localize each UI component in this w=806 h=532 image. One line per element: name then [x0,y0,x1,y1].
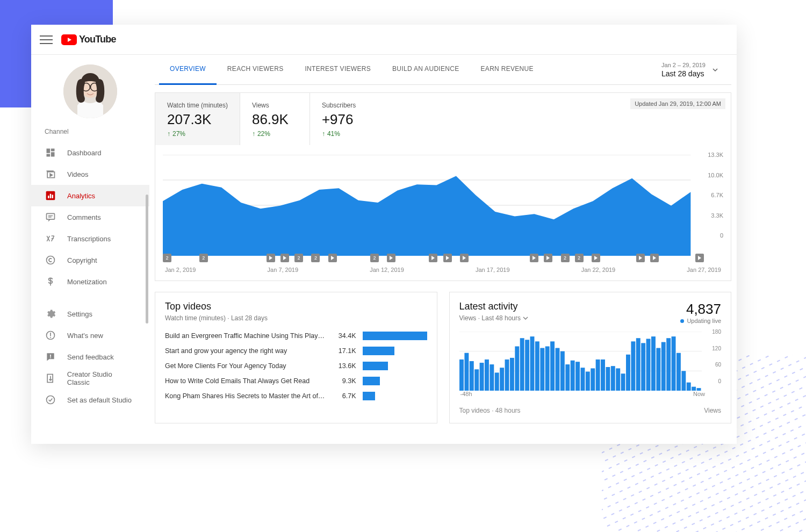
tab-reach-viewers[interactable]: REACH VIEWERS [217,55,294,85]
top-video-row[interactable]: Kong Pham Shares His Secrets to Master t… [165,392,427,400]
chart-x-labels: Jan 2, 2019Jan 7, 2019Jan 12, 2019Jan 17… [163,263,723,275]
svg-rect-18 [47,213,55,219]
sidebar-item-label: Copyright [67,256,97,264]
play-marker-icon[interactable] [387,254,395,262]
svg-rect-67 [616,368,620,391]
tab-interest-viewers[interactable]: INTEREST VIEWERS [294,55,382,85]
videos-icon [45,168,56,180]
count-marker[interactable]: 2 [575,254,584,262]
updating-live-badge: Updating live [680,318,721,324]
play-marker-icon[interactable] [530,254,538,262]
top-video-row[interactable]: Build an Evergreen Traffic Machine Using… [165,332,427,340]
tab-build-an-audience[interactable]: BUILD AN AUDIENCE [382,55,470,85]
watch-time-chart: 13.3K10.0K6.7K3.3K0 2222222 Jan 2, 2019J… [155,145,731,281]
play-marker-icon[interactable] [460,254,469,262]
kpi-views[interactable]: Views86.9K22% [240,93,310,145]
date-range-picker[interactable]: Jan 2 – 29, 2019 Last 28 days [661,62,727,78]
svg-rect-50 [530,336,534,391]
channel-avatar[interactable] [31,55,149,124]
svg-rect-69 [626,355,630,391]
svg-rect-23 [50,355,51,357]
sidebar-item-label: Settings [67,310,92,318]
youtube-play-icon [61,34,77,45]
chevron-down-icon [712,67,718,73]
play-marker-icon[interactable] [429,254,437,262]
topbar: YouTube [31,25,737,55]
count-marker[interactable]: 2 [311,254,320,262]
svg-rect-63 [595,360,600,391]
top-videos-card: Top videos Watch time (minutes) · Last 2… [155,292,437,423]
sidebar-item-copyright[interactable]: Copyright [31,249,149,271]
kpi-subscribers[interactable]: Subscribers+97641% [310,93,380,145]
svg-rect-62 [591,368,595,391]
svg-rect-76 [661,342,665,391]
svg-rect-44 [500,368,504,391]
svg-rect-52 [540,348,544,391]
play-marker-icon[interactable] [280,254,289,262]
play-marker-icon[interactable] [695,254,704,262]
count-marker[interactable]: 2 [370,254,379,262]
tab-overview[interactable]: OVERVIEW [159,55,217,85]
sidebar-item-set-as-default-studio[interactable]: Set as default Studio [31,389,149,411]
play-marker-icon[interactable] [267,254,275,262]
play-marker-icon[interactable] [443,254,452,262]
svg-rect-16 [50,194,52,198]
svg-rect-68 [621,373,625,391]
kpi-row: Watch time (minutes)207.3K27%Views86.9K2… [155,93,731,145]
tabs-row: OVERVIEWREACH VIEWERSINTEREST VIEWERSBUI… [155,55,731,85]
svg-rect-51 [535,341,539,391]
sidebar-item-dashboard[interactable]: Dashboard [31,142,149,163]
sidebar-item-settings[interactable]: Settings [31,303,149,325]
play-marker-icon[interactable] [650,254,659,262]
latest-activity-chart: 180120600 [459,332,722,391]
sidebar-item-label: What's new [67,332,103,340]
sidebar-item-analytics[interactable]: Analytics [31,185,149,206]
latest-activity-subtitle[interactable]: Views · Last 48 hours [459,314,529,322]
la-footer-left[interactable]: Top videos · 48 hours [459,407,521,414]
overview-card: Watch time (minutes)207.3K27%Views86.9K2… [155,92,731,281]
svg-rect-60 [580,368,585,391]
sidebar-item-send-feedback[interactable]: Send feedback [31,346,149,368]
count-marker[interactable]: 2 [294,254,303,262]
svg-rect-41 [484,360,488,391]
svg-rect-64 [601,360,605,391]
svg-rect-22 [50,337,51,338]
svg-rect-83 [696,388,701,391]
svg-rect-66 [610,366,615,391]
count-marker[interactable]: 2 [561,254,570,262]
play-marker-icon[interactable] [592,254,600,262]
sidebar-item-monetization[interactable]: Monetization [31,271,149,292]
svg-rect-37 [464,353,469,391]
svg-rect-40 [479,363,484,391]
kpi-watch-time-minutes-[interactable]: Watch time (minutes)207.3K27% [155,93,240,145]
whatsnew-icon [45,329,56,341]
svg-rect-65 [606,367,610,391]
sidebar-item-what-s-new[interactable]: What's new [31,325,149,346]
menu-icon[interactable] [40,33,53,46]
sidebar-item-videos[interactable]: Videos [31,163,149,185]
top-video-row[interactable]: Start and grow your agency the right way… [165,347,427,355]
play-marker-icon[interactable] [544,254,552,262]
sidebar-scrollbar[interactable] [146,195,148,323]
top-video-row[interactable]: How to Write Cold Emails That Always Get… [165,377,427,385]
sidebar-item-creator-studio-classic[interactable]: Creator Studio Classic [31,368,149,389]
youtube-logo[interactable]: YouTube [61,34,116,45]
play-marker-icon[interactable] [636,254,645,262]
svg-rect-17 [52,195,54,198]
sidebar-item-label: Dashboard [67,149,102,157]
sidebar-item-comments[interactable]: Comments [31,206,149,228]
tab-earn-revenue[interactable]: EARN REVENUE [470,55,544,85]
date-range-text: Jan 2 – 29, 2019 [661,62,706,68]
count-marker[interactable]: 2 [163,254,171,262]
play-marker-icon[interactable] [328,254,337,262]
sidebar-item-transcriptions[interactable]: Transcriptions [31,228,149,249]
svg-rect-11 [51,152,55,156]
main-content: OVERVIEWREACH VIEWERSINTEREST VIEWERSBUI… [149,55,737,444]
count-marker[interactable]: 2 [199,254,208,262]
sidebar-item-label: Videos [67,170,89,178]
top-video-row[interactable]: Get More Clients For Your Agency Today13… [165,362,427,370]
latest-activity-value: 4,837 [680,301,721,318]
sidebar-item-label: Analytics [67,192,95,200]
app-window: YouTube Channel DashboardVideosAnalytics… [31,25,737,444]
sidebar-item-label: Set as default Studio [67,396,132,404]
